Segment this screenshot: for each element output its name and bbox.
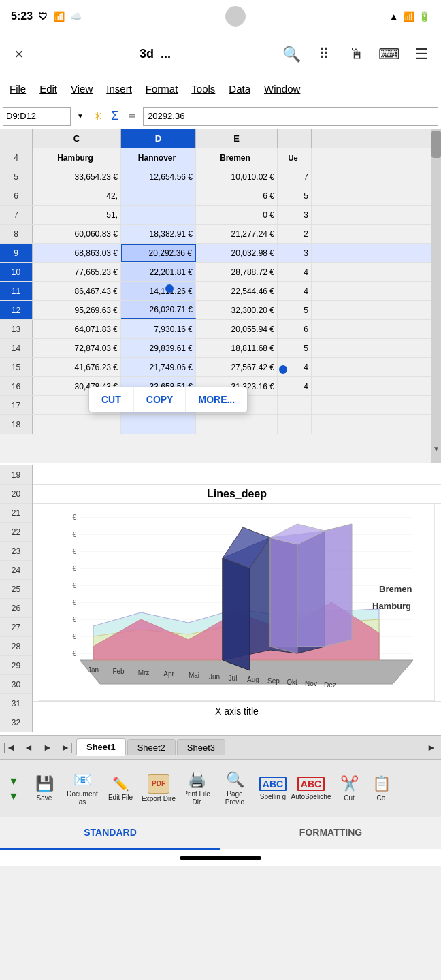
save-button[interactable]: 💾 Save (26, 764, 63, 814)
cell-d12[interactable]: 26,020.71 € (121, 301, 196, 319)
cell-f12[interactable]: 5 (278, 301, 312, 319)
sheet-nav-prev[interactable]: ◄ (19, 738, 38, 757)
equals-icon[interactable]: ＝ (124, 109, 140, 123)
cell-e7[interactable]: 0 € (196, 206, 278, 224)
chart-area[interactable]: Lines_deep € € € € (33, 466, 441, 732)
cell-f13[interactable]: 6 (278, 320, 312, 338)
cell-c13[interactable]: 64,071.83 € (33, 320, 121, 338)
page-preview-button[interactable]: 🔍 Page Previe (216, 764, 253, 814)
menu-tools[interactable]: Tools (184, 79, 222, 100)
col-header-f[interactable] (278, 129, 312, 148)
spelling-button[interactable]: ABC Spellin g (255, 764, 291, 814)
menu-edit[interactable]: Edit (33, 79, 64, 100)
drag-handle-bottom[interactable] (279, 365, 287, 374)
cell-e9[interactable]: 20,032.98 € (196, 244, 278, 262)
col-header-d[interactable]: D (121, 129, 196, 148)
print-file-button[interactable]: 🖨️ Print File Dir (178, 764, 215, 814)
copy-toolbar-button[interactable]: 📋 Co (369, 764, 393, 814)
sheet-nav-first[interactable]: |◄ (0, 738, 19, 757)
sheet-tab-2[interactable]: Sheet2 (127, 739, 176, 755)
cell-e13[interactable]: 20,055.94 € (196, 320, 278, 338)
cell-e5[interactable]: 10,010.02 € (196, 167, 278, 186)
cell-f5[interactable]: 7 (278, 167, 312, 186)
cut-button[interactable]: CUT (89, 387, 134, 412)
scrollbar-track[interactable]: ▼ (431, 129, 441, 463)
cell-d5[interactable]: 12,654.56 € (121, 167, 196, 186)
function-wizard-icon[interactable]: ✳ (90, 109, 105, 124)
col-header-e[interactable]: E (196, 129, 278, 148)
cell-c5[interactable]: 33,654.23 € (33, 167, 121, 186)
cell-d4[interactable]: Hannover (121, 148, 196, 167)
menu-data[interactable]: Data (222, 79, 257, 100)
cell-d9[interactable]: 20,292.36 € (121, 244, 196, 262)
cell-e6[interactable]: 6 € (196, 186, 278, 205)
cell-c15[interactable]: 41,676.23 € (33, 358, 121, 376)
keyboard-button[interactable]: ⌨ (378, 44, 400, 65)
sheet-nav-next[interactable]: ► (38, 738, 57, 757)
scrollbar-thumb[interactable] (431, 131, 441, 158)
cell-c9[interactable]: 68,863.03 € (33, 244, 121, 262)
search-button[interactable]: 🔍 (280, 44, 302, 65)
cell-c8[interactable]: 60,060.83 € (33, 225, 121, 243)
cell-c12[interactable]: 95,269.63 € (33, 301, 121, 319)
close-button[interactable]: × (8, 44, 30, 65)
cell-f8[interactable]: 2 (278, 225, 312, 243)
cell-c10[interactable]: 77,665.23 € (33, 263, 121, 281)
undo-arrow-up[interactable]: ▼ (8, 775, 19, 787)
export-dir-button[interactable]: PDF Export Dire (140, 764, 177, 814)
menu-window[interactable]: Window (257, 79, 307, 100)
sheet-nav-last[interactable]: ►| (57, 738, 76, 757)
cell-e18[interactable] (196, 415, 278, 434)
cell-f4[interactable]: Ue (278, 148, 312, 167)
cell-e11[interactable]: 22,544.46 € (196, 282, 278, 300)
cell-f17[interactable] (278, 396, 312, 414)
cell-e15[interactable]: 27,567.42 € (196, 358, 278, 376)
cell-e8[interactable]: 21,277.24 € (196, 225, 278, 243)
tab-formatting[interactable]: FORMATTING (220, 817, 441, 850)
cell-e12[interactable]: 32,300.20 € (196, 301, 278, 319)
cell-c4[interactable]: Hamburg (33, 148, 121, 167)
tab-standard[interactable]: STANDARD (0, 817, 220, 850)
cell-c14[interactable]: 72,874.03 € (33, 339, 121, 357)
copy-button[interactable]: COPY (134, 387, 186, 412)
menu-format[interactable]: Format (139, 79, 185, 100)
sheet-tab-1[interactable]: Sheet1 (76, 738, 126, 756)
redo-arrow-down[interactable]: ▼ (8, 790, 19, 802)
mouse-button[interactable]: 🖱 (346, 44, 368, 65)
cell-c7[interactable]: 51, (33, 206, 121, 224)
cell-e4[interactable]: Bremen (196, 148, 278, 167)
drag-handle-top[interactable] (165, 284, 174, 293)
cell-d7[interactable] (121, 206, 196, 224)
cell-d8[interactable]: 18,382.91 € (121, 225, 196, 243)
cell-f16[interactable]: 4 (278, 377, 312, 395)
edit-file-button[interactable]: ✏️ Edit File (102, 764, 139, 814)
sheet-tab-3[interactable]: Sheet3 (177, 739, 225, 755)
cell-f9[interactable]: 3 (278, 244, 312, 262)
col-header-c[interactable]: C (33, 129, 121, 148)
cell-f14[interactable]: 5 (278, 339, 312, 357)
cell-c6[interactable]: 42, (33, 186, 121, 205)
document-as-button[interactable]: 📧 Document as (64, 764, 101, 814)
cell-e14[interactable]: 18,811.68 € (196, 339, 278, 357)
cell-d13[interactable]: 7,930.16 € (121, 320, 196, 338)
menu-button[interactable]: ☰ (411, 44, 433, 65)
apps-button[interactable]: ⠿ (313, 44, 335, 65)
scroll-down-icon[interactable]: ▼ (431, 444, 441, 453)
cell-ref-dropdown[interactable]: ▼ (74, 112, 87, 120)
cell-e10[interactable]: 28,788.72 € (196, 263, 278, 281)
cut-toolbar-button[interactable]: ✂️ Cut (331, 764, 368, 814)
cell-c11[interactable]: 86,467.43 € (33, 282, 121, 300)
menu-view[interactable]: View (64, 79, 99, 100)
cell-f11[interactable]: 4 (278, 282, 312, 300)
cell-f18[interactable] (278, 415, 312, 434)
autospell-button[interactable]: ABC AutoSpeliche (293, 764, 329, 814)
cell-d18[interactable] (121, 415, 196, 434)
cell-d11[interactable]: 14,111.26 € (121, 282, 196, 300)
cell-d10[interactable]: 22,201.81 € (121, 263, 196, 281)
cell-f10[interactable]: 4 (278, 263, 312, 281)
cell-f6[interactable]: 5 (278, 186, 312, 205)
formula-input[interactable] (143, 107, 438, 126)
menu-insert[interactable]: Insert (99, 79, 139, 100)
sheet-scroll-right-btn[interactable]: ► (422, 738, 441, 757)
more-button[interactable]: MORE... (186, 387, 247, 412)
